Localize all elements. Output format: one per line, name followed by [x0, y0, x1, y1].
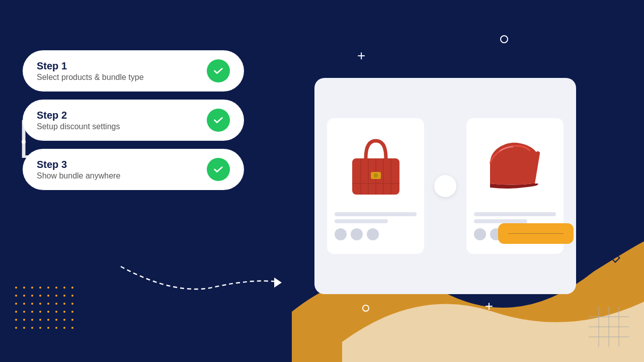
circle-decoration-top: [500, 35, 508, 43]
step-1-description: Select products & bundle type: [37, 73, 144, 82]
step-1-number: Step 1: [37, 60, 144, 72]
product-card-bag: [327, 118, 424, 254]
swatch-3: [367, 228, 379, 240]
swatch-1: [474, 228, 486, 240]
product-image-shoes-area: [474, 126, 556, 206]
bag-icon: [343, 131, 409, 201]
product-line: [474, 212, 556, 216]
step-1-text: Step 1 Select products & bundle type: [37, 60, 144, 82]
plus-decoration-top: +: [357, 48, 365, 64]
step-2-check: [207, 109, 230, 132]
dots-decoration: const dotsContainer = document.querySele…: [15, 287, 76, 332]
svg-point-14: [374, 173, 378, 177]
step-2-number: Step 2: [37, 110, 120, 121]
plus-connector: [434, 175, 456, 197]
product-line: [335, 219, 388, 223]
product-line: [474, 219, 527, 223]
product-panel: [314, 78, 576, 294]
step-2-description: Setup discount settings: [37, 122, 120, 131]
circle-decoration-bottom: [362, 305, 369, 312]
step-3-description: Show bundle anywhere: [37, 171, 120, 180]
product-swatches-1: [335, 228, 379, 240]
steps-container: Step 1 Select products & bundle type Ste…: [23, 50, 284, 190]
add-bundle-divider: [508, 233, 564, 234]
diamond-decoration-bottom: [610, 253, 620, 263]
step-1-card: Step 1 Select products & bundle type: [23, 50, 244, 92]
step-3-check: [207, 158, 230, 181]
step-3-number: Step 3: [37, 159, 120, 170]
step-2-text: Step 2 Setup discount settings: [37, 110, 120, 131]
add-bundle-button[interactable]: [498, 223, 574, 244]
step-3-card: Step 3 Show bundle anywhere: [23, 149, 244, 190]
product-card-shoes: [466, 118, 564, 254]
grid-decoration: [589, 307, 629, 347]
svg-marker-6: [274, 278, 282, 288]
step-3-text: Step 3 Show bundle anywhere: [37, 159, 120, 180]
shoes-icon: [482, 133, 548, 199]
product-lines-1: [335, 212, 417, 223]
product-lines-2: [474, 212, 556, 223]
product-line: [335, 212, 417, 216]
product-image-bag-area: [335, 126, 417, 206]
left-content: Step 1 Select products & bundle type Ste…: [23, 30, 284, 190]
swatch-1: [335, 228, 347, 240]
main-container: const dotsContainer = document.querySele…: [0, 0, 644, 362]
swatch-2: [351, 228, 363, 240]
step-2-card: Step 2 Setup discount settings: [23, 100, 244, 141]
plus-decoration-bottom: +: [485, 298, 493, 314]
step-1-check: [207, 59, 230, 82]
dashed-arrow: [116, 256, 287, 297]
